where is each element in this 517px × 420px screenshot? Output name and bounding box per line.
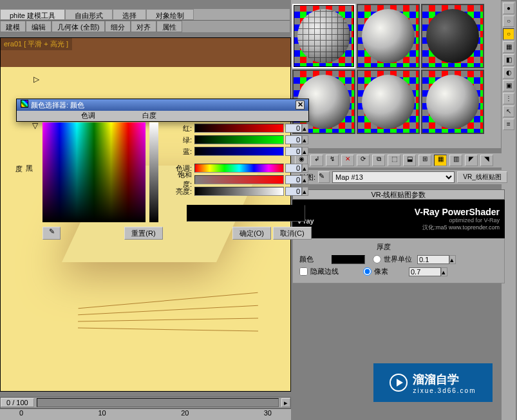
- color-picker-dialog: 颜色选择器: 颜色 ✕ 色调 白度 ▽ 黑 度 ▷ ✎ 重置(R) 红: 0 ▴…: [16, 99, 309, 122]
- background-icon[interactable]: ○: [503, 28, 514, 40]
- tab-object-paint[interactable]: 对象绘制: [146, 9, 194, 20]
- red-spinner[interactable]: ▴: [302, 124, 308, 133]
- green-slider[interactable]: [194, 135, 284, 144]
- material-slot-2[interactable]: [357, 4, 420, 68]
- world-unit-input[interactable]: [417, 255, 449, 264]
- red-value[interactable]: 0: [285, 124, 302, 133]
- material-slot-1[interactable]: [292, 4, 355, 68]
- blue-value[interactable]: 0: [285, 147, 302, 156]
- blue-label: 蓝:: [170, 147, 194, 157]
- close-button[interactable]: ✕: [296, 100, 305, 110]
- frame-indicator[interactable]: 0 / 100: [1, 398, 34, 407]
- ruler-tick: 10: [99, 409, 106, 420]
- color-icon: [21, 100, 28, 108]
- show-result-icon[interactable]: ▥: [449, 155, 462, 166]
- sat-slider[interactable]: [194, 175, 284, 184]
- eyedropper-button[interactable]: ✎: [42, 227, 61, 240]
- tab-select[interactable]: 选择: [113, 9, 146, 20]
- time-track[interactable]: [37, 398, 279, 407]
- val-slider[interactable]: [194, 187, 284, 196]
- blue-spinner[interactable]: ▴: [302, 147, 308, 156]
- material-preview: [426, 75, 479, 129]
- go-sibling-icon[interactable]: ◥: [480, 155, 493, 166]
- material-slot-5[interactable]: [357, 70, 420, 134]
- ruler-tick: 0: [19, 409, 23, 420]
- hue-saturation-box[interactable]: [42, 122, 146, 222]
- rollout-header[interactable]: VR-线框贴图参数: [292, 189, 505, 200]
- pixel-unit-radio[interactable]: [363, 267, 371, 276]
- options-icon[interactable]: ⋮: [503, 93, 514, 104]
- color-swatch[interactable]: [332, 255, 365, 264]
- world-unit-radio[interactable]: [373, 255, 381, 263]
- subtab-model[interactable]: 建模: [0, 21, 26, 32]
- assign-icon[interactable]: ↯: [326, 155, 339, 166]
- pixel-unit-label: 像素: [374, 267, 388, 276]
- scene-curve: [78, 328, 258, 332]
- vray-title: V-Ray PowerShader: [415, 207, 500, 217]
- viewport-label[interactable]: era01 [ 平滑 + 高光 ]: [0, 38, 72, 50]
- sat-spinner[interactable]: ▴: [302, 175, 308, 184]
- time-scroll-right-icon[interactable]: ▸: [281, 398, 290, 407]
- time-slider[interactable]: 0 / 100 ▸: [0, 397, 291, 408]
- show-map-icon[interactable]: ▦: [434, 155, 447, 166]
- subtab-subdiv[interactable]: 细分: [105, 21, 131, 32]
- put-library-icon[interactable]: ⬓: [403, 155, 416, 166]
- subtab-props[interactable]: 属性: [156, 21, 182, 32]
- ribbon-subtabs: 建模 编辑 几何体 (全部) 细分 对齐 属性: [0, 21, 290, 32]
- cancel-button[interactable]: 取消(C): [273, 227, 312, 240]
- blue-slider[interactable]: [194, 147, 284, 156]
- video-icon[interactable]: ▣: [503, 80, 514, 91]
- ruler-tick: 30: [264, 409, 272, 420]
- vray-banner: v·ray V-Ray PowerShader optimized for V-…: [292, 200, 505, 238]
- sphere-icon[interactable]: ◐: [503, 67, 514, 79]
- val-value[interactable]: 0: [285, 187, 302, 196]
- green-value[interactable]: 0: [285, 135, 302, 144]
- hue-slider[interactable]: [194, 164, 284, 173]
- material-id-icon[interactable]: ⊞: [418, 155, 431, 166]
- copy-icon[interactable]: ⧉: [372, 155, 385, 166]
- checker-icon[interactable]: ▦: [503, 41, 514, 53]
- map-name-select[interactable]: Map #13: [332, 171, 455, 183]
- subtab-align[interactable]: 对齐: [131, 21, 156, 32]
- eyedropper-icon[interactable]: ✎: [318, 171, 330, 183]
- cube-icon[interactable]: ◧: [503, 54, 514, 66]
- sat-value[interactable]: 0: [285, 175, 302, 184]
- put-material-icon[interactable]: ↲: [310, 155, 323, 166]
- subtab-geometry[interactable]: 几何体 (全部): [52, 21, 105, 32]
- scene-curve: [78, 305, 258, 316]
- reset-button[interactable]: 重置(R): [124, 227, 163, 240]
- time-ruler: 0 10 20 30: [0, 408, 291, 420]
- val-spinner[interactable]: ▴: [302, 187, 308, 196]
- sample-type-icon[interactable]: ●: [503, 3, 514, 14]
- map-type-button[interactable]: VR_线框贴图: [457, 171, 507, 183]
- map-row: 贴图: ✎ Map #13 VR_线框贴图: [291, 170, 511, 184]
- world-unit-spinner[interactable]: ▴: [449, 255, 456, 264]
- make-unique-icon[interactable]: ⬚: [388, 155, 400, 166]
- subtab-edit[interactable]: 编辑: [26, 21, 52, 32]
- tab-modeling-tools[interactable]: phite 建模工具: [0, 9, 65, 20]
- hide-backline-label: 隐藏边线: [310, 267, 355, 276]
- backlight-icon[interactable]: ○: [503, 15, 514, 27]
- red-label: 红:: [170, 124, 194, 133]
- hue-value[interactable]: 0: [285, 164, 302, 173]
- pixel-unit-spinner[interactable]: ▴: [441, 267, 447, 276]
- red-slider[interactable]: [194, 124, 284, 133]
- tab-freeform[interactable]: 自由形式: [65, 9, 113, 20]
- ok-button[interactable]: 确定(O): [232, 227, 271, 240]
- pixel-unit-input[interactable]: [409, 267, 441, 276]
- hue-spinner[interactable]: ▴: [302, 164, 308, 173]
- select-icon[interactable]: ↖: [503, 106, 514, 117]
- green-spinner[interactable]: ▴: [302, 135, 308, 144]
- hide-backline-checkbox[interactable]: [299, 267, 308, 276]
- world-unit-label: 世界单位: [384, 254, 412, 264]
- go-parent-icon[interactable]: ◤: [465, 155, 478, 166]
- current-color-swatch: [187, 205, 305, 222]
- delete-icon[interactable]: ✕: [341, 155, 354, 166]
- dialog-titlebar[interactable]: 颜色选择器: 颜色 ✕: [17, 99, 308, 111]
- material-slot-3[interactable]: [421, 4, 484, 68]
- whiteness-bar[interactable]: [149, 122, 158, 222]
- material-slot-6[interactable]: [421, 70, 484, 134]
- layers-icon[interactable]: ≡: [503, 119, 514, 130]
- reset-icon[interactable]: ⟳: [357, 155, 370, 166]
- vray-params: 厚度 颜色 世界单位 ▴ 隐藏边线 像素 ▴: [292, 238, 505, 283]
